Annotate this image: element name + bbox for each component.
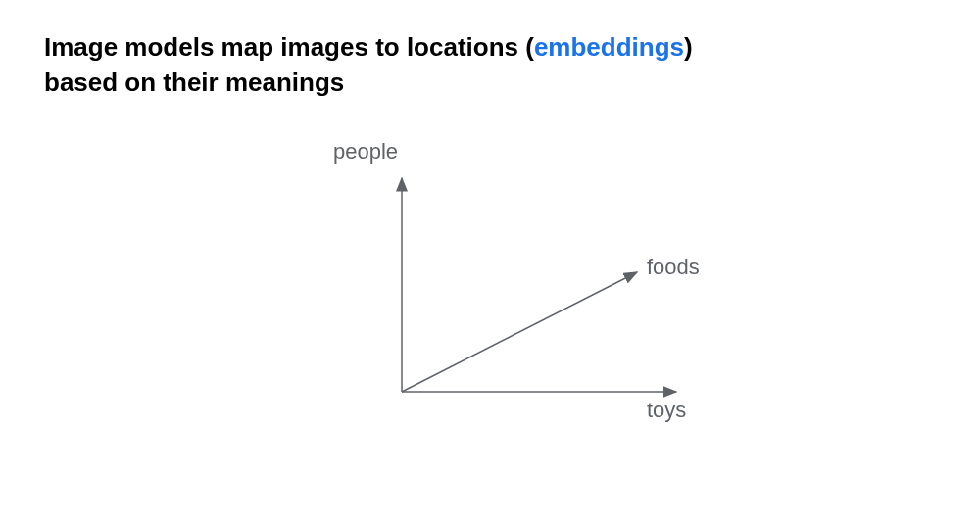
arrow-foods xyxy=(402,272,637,392)
slide-title: Image models map images to locations (em… xyxy=(44,29,936,101)
title-highlight: embeddings xyxy=(534,32,684,62)
title-line2: based on their meanings xyxy=(44,68,344,97)
title-part2: ) xyxy=(684,32,693,62)
vector-arrows xyxy=(323,147,735,470)
title-part1: Image models map images to locations ( xyxy=(44,32,534,62)
embedding-diagram: people foods toys xyxy=(323,147,735,470)
